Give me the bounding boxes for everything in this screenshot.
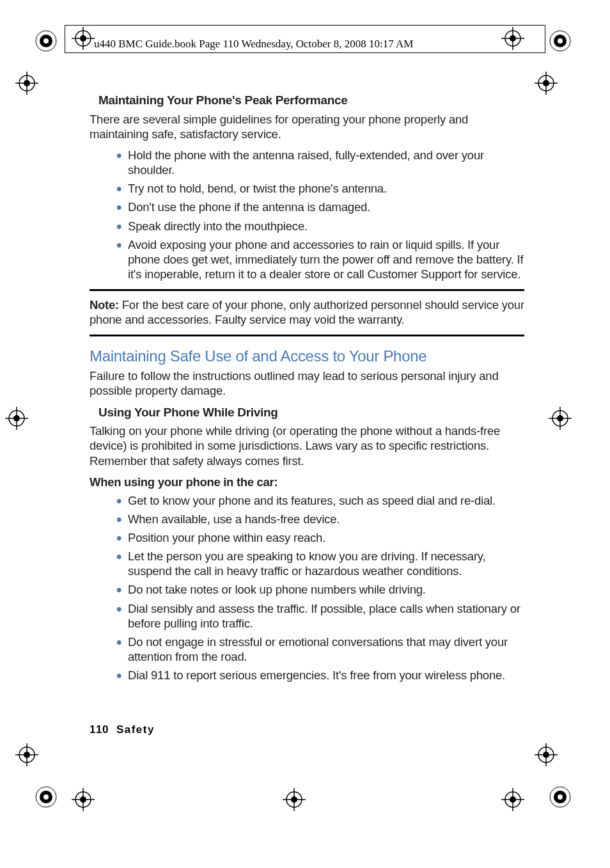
list-item: Try not to hold, bend, or twist the phon… bbox=[116, 181, 524, 196]
list-item: Avoid exposing your phone and accessorie… bbox=[116, 237, 524, 281]
crosshair-icon bbox=[501, 788, 524, 811]
svg-point-11 bbox=[558, 794, 563, 800]
crosshair-icon bbox=[501, 27, 524, 50]
crosshair-icon bbox=[72, 27, 95, 50]
reg-mark-icon bbox=[35, 785, 58, 809]
reg-mark-icon bbox=[549, 785, 572, 809]
list-item: Dial 911 to report serious emergencies. … bbox=[116, 668, 524, 683]
list-item: Let the person you are speaking to know … bbox=[116, 549, 524, 578]
crosshair-icon bbox=[283, 788, 306, 811]
note-label: Note: bbox=[90, 298, 119, 312]
crosshair-icon bbox=[15, 72, 38, 95]
list-item: Get to know your phone and its features,… bbox=[116, 493, 524, 508]
crosshair-icon bbox=[15, 743, 38, 766]
subheading-peak-performance: Maintaining Your Phone's Peak Performanc… bbox=[98, 93, 524, 108]
list-item: Dial sensibly and assess the traffic. If… bbox=[116, 601, 524, 631]
page-body: Maintaining Your Phone's Peak Performanc… bbox=[90, 93, 524, 689]
crosshair-icon bbox=[535, 743, 558, 766]
svg-point-2 bbox=[43, 38, 49, 43]
list-item: Do not engage in stressful or emotional … bbox=[116, 635, 524, 664]
list-item: Speak directly into the mouthpiece. bbox=[116, 219, 524, 233]
crosshair-icon bbox=[549, 407, 572, 430]
frame-top-line bbox=[65, 25, 545, 26]
bold-intro: When using your phone in the car: bbox=[90, 475, 524, 489]
reg-mark-icon bbox=[35, 29, 58, 52]
section-title-safe-use: Maintaining Safe Use of and Access to Yo… bbox=[90, 347, 524, 366]
svg-point-5 bbox=[558, 38, 563, 43]
frame-header-line bbox=[65, 52, 545, 53]
paragraph: There are several simple guidelines for … bbox=[90, 112, 524, 141]
page-footer: 110Safety bbox=[90, 723, 155, 736]
print-header: u440 BMC Guide.book Page 110 Wednesday, … bbox=[94, 38, 413, 51]
section-name: Safety bbox=[116, 723, 155, 736]
bullet-list: Hold the phone with the antenna raised, … bbox=[116, 148, 524, 281]
list-item: Hold the phone with the antenna raised, … bbox=[116, 148, 524, 177]
bullet-list: Get to know your phone and its features,… bbox=[116, 493, 524, 683]
paragraph: Failure to follow the instructions outli… bbox=[90, 368, 524, 398]
subheading-driving: Using Your Phone While Driving bbox=[98, 405, 524, 420]
reg-mark-icon bbox=[549, 29, 572, 52]
frame-right-stub bbox=[545, 25, 545, 53]
list-item: Position your phone within easy reach. bbox=[116, 530, 524, 545]
frame-left-stub bbox=[65, 25, 65, 53]
note-box: Note: For the best care of your phone, o… bbox=[90, 289, 524, 336]
list-item: When available, use a hands-free device. bbox=[116, 512, 524, 526]
list-item: Don't use the phone if the antenna is da… bbox=[116, 200, 524, 214]
crosshair-icon bbox=[535, 72, 558, 95]
note-text: For the best care of your phone, only au… bbox=[90, 298, 524, 326]
svg-point-8 bbox=[43, 794, 49, 800]
list-item: Do not take notes or look up phone numbe… bbox=[116, 582, 524, 597]
crosshair-icon bbox=[72, 788, 95, 811]
crosshair-icon bbox=[5, 407, 28, 430]
page-number: 110 bbox=[90, 723, 109, 736]
paragraph: Talking on your phone while driving (or … bbox=[90, 423, 524, 468]
